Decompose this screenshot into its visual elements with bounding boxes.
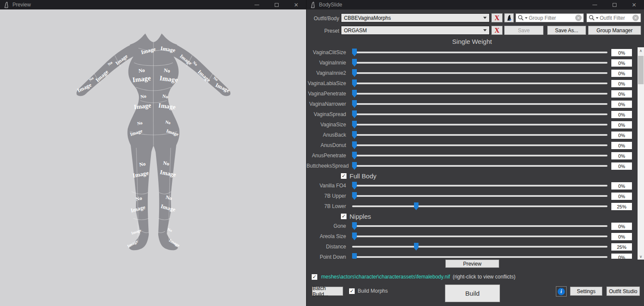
outfit-body-dropdown[interactable]: CBBEVaginaMorphs (341, 13, 490, 22)
edit-project-button[interactable] (504, 13, 514, 22)
preview-maximize-button[interactable] (267, 0, 286, 9)
category-checkbox[interactable]: ✓ (341, 214, 347, 219)
slider-track[interactable] (352, 185, 607, 187)
preview-button[interactable]: Preview (445, 260, 499, 268)
body-model-viewport[interactable]: ImageImageNoImageNoImageImageNoImageNoIm… (0, 9, 306, 306)
slider-control[interactable] (352, 231, 607, 242)
slider-thumb[interactable] (352, 121, 357, 129)
slider-track[interactable] (352, 165, 607, 167)
slider-value[interactable]: 0% (611, 152, 632, 159)
slider-value[interactable]: 0% (611, 162, 632, 170)
scroll-up-icon[interactable]: ∧ (638, 47, 644, 54)
slider-control[interactable] (352, 89, 607, 99)
slider-thumb[interactable] (352, 59, 357, 67)
build-button[interactable]: Build (445, 285, 500, 302)
slider-track[interactable] (352, 72, 607, 74)
slider-track[interactable] (352, 246, 607, 248)
slider-track[interactable] (352, 113, 607, 115)
slider-control[interactable] (352, 191, 607, 201)
slider-thumb[interactable] (352, 152, 357, 159)
save-as-button[interactable]: Save As... (547, 26, 586, 35)
slider-thumb[interactable] (352, 131, 357, 139)
outfit-filter-clear-icon[interactable]: ✕ (632, 15, 639, 21)
slider-track[interactable] (352, 205, 607, 207)
slider-thumb[interactable] (352, 100, 357, 108)
info-button[interactable]: i (556, 286, 567, 297)
slider-track[interactable] (352, 144, 607, 146)
slider-value[interactable]: 0% (611, 59, 632, 67)
slider-control[interactable] (352, 58, 607, 68)
build-morphs-checkbox[interactable]: ✓ (349, 288, 355, 294)
save-button[interactable]: Save (504, 26, 543, 35)
slider-thumb[interactable] (414, 202, 419, 210)
slider-track[interactable] (352, 155, 607, 156)
preset-dropdown[interactable]: ORGASM (341, 26, 490, 35)
slider-control[interactable] (352, 47, 607, 58)
slider-value[interactable]: 0% (611, 111, 632, 118)
slider-track[interactable] (352, 124, 607, 125)
slider-value[interactable]: 25% (611, 243, 632, 251)
slider-scrollbar[interactable]: ∧ ∨ (638, 47, 644, 260)
slider-track[interactable] (352, 236, 607, 237)
slider-control[interactable] (352, 119, 607, 130)
slider-value[interactable]: 0% (611, 233, 632, 240)
slider-track[interactable] (352, 256, 607, 258)
group-manager-button[interactable]: Group Manager (588, 26, 641, 35)
output-file-checkbox[interactable]: ✓ (312, 274, 317, 280)
slider-value[interactable]: 0% (611, 101, 632, 108)
slider-control[interactable] (352, 109, 607, 119)
slider-value[interactable]: 0% (611, 223, 632, 230)
slider-thumb[interactable] (352, 80, 357, 87)
slider-track[interactable] (352, 93, 607, 95)
outfit-studio-button[interactable]: Outfit Studio (606, 286, 640, 296)
slider-thumb[interactable] (352, 69, 357, 77)
slider-thumb[interactable] (352, 110, 357, 118)
slider-track[interactable] (352, 225, 607, 227)
group-filter-clear-icon[interactable]: ✕ (575, 15, 582, 21)
slider-control[interactable] (352, 161, 607, 171)
batch-build-button[interactable]: Batch Build... (312, 287, 343, 296)
slider-value[interactable]: 0% (611, 182, 632, 190)
scrollbar-thumb[interactable] (638, 56, 644, 84)
slider-track[interactable] (352, 62, 607, 64)
slider-control[interactable] (352, 99, 607, 109)
slider-track[interactable] (352, 195, 607, 197)
slider-value[interactable]: 0% (611, 193, 632, 200)
bodyslide-minimize-button[interactable] (585, 0, 604, 9)
settings-button[interactable]: Settings (570, 287, 602, 296)
slider-thumb[interactable] (414, 243, 419, 251)
outfit-filter-input[interactable] (600, 15, 632, 21)
slider-control[interactable] (352, 140, 607, 150)
preview-close-button[interactable]: ✕ (286, 0, 306, 9)
slider-value[interactable]: 0% (611, 90, 632, 98)
slider-thumb[interactable] (352, 192, 357, 200)
output-file-path[interactable]: meshes\actors\character\characterassets\… (321, 274, 450, 280)
slider-track[interactable] (352, 103, 607, 105)
scroll-down-icon[interactable]: ∨ (638, 253, 644, 260)
slider-value[interactable]: 0% (611, 254, 632, 259)
slider-value[interactable]: 0% (611, 80, 632, 87)
slider-value[interactable]: 0% (611, 49, 632, 56)
slider-control[interactable] (352, 130, 607, 140)
slider-value[interactable]: 25% (611, 203, 632, 210)
slider-control[interactable] (352, 252, 607, 259)
slider-control[interactable] (352, 150, 607, 161)
slider-track[interactable] (352, 83, 607, 84)
slider-thumb[interactable] (352, 141, 357, 149)
slider-value[interactable]: 0% (611, 121, 632, 129)
slider-control[interactable] (352, 78, 607, 89)
slider-control[interactable] (352, 68, 607, 78)
slider-control[interactable] (352, 181, 607, 191)
bodyslide-maximize-button[interactable] (604, 0, 624, 9)
category-checkbox[interactable]: ✓ (341, 173, 347, 179)
slider-thumb[interactable] (352, 253, 357, 259)
slider-thumb[interactable] (352, 182, 357, 190)
slider-thumb[interactable] (352, 49, 357, 56)
preview-minimize-button[interactable] (247, 0, 267, 9)
slider-control[interactable] (352, 242, 607, 252)
slider-thumb[interactable] (352, 233, 357, 240)
slider-control[interactable] (352, 221, 607, 231)
clear-preset-button[interactable]: X (491, 26, 503, 35)
slider-control[interactable] (352, 201, 607, 211)
slider-thumb[interactable] (352, 90, 357, 98)
